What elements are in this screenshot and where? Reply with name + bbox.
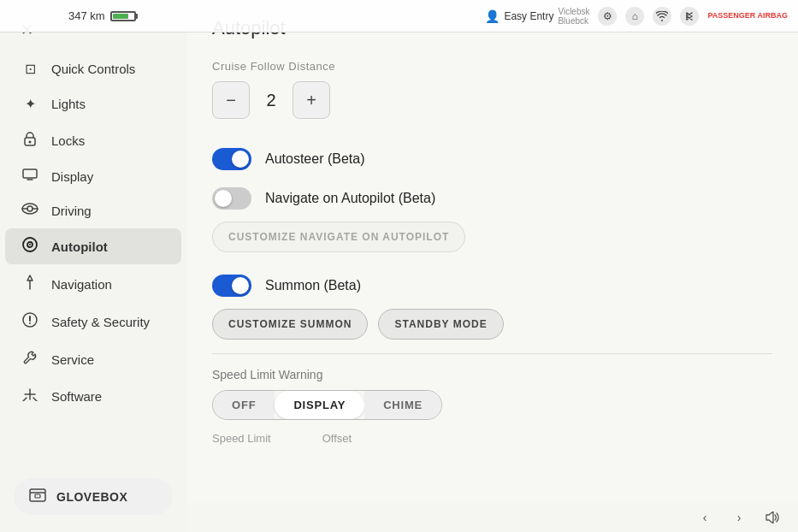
- glovebox-icon: [29, 488, 46, 505]
- increase-distance-button[interactable]: +: [293, 81, 330, 119]
- service-icon: [21, 350, 39, 369]
- svg-point-4: [27, 206, 33, 211]
- sidebar-item-driving[interactable]: Driving: [5, 194, 181, 227]
- glovebox-button[interactable]: GLOVEBOX: [14, 478, 173, 515]
- cruise-label: Cruise Follow Distance: [212, 60, 772, 73]
- sidebar-item-safety[interactable]: Safety & Security: [5, 304, 181, 340]
- driving-icon: [21, 203, 39, 218]
- passenger-airbag-status: PASSENGER AIRBAG: [707, 12, 788, 21]
- status-right: 👤 Easy Entry ViclebskBluebck ⚙ ⌂ PASSENG…: [485, 7, 788, 26]
- sidebar-item-autopilot[interactable]: Autopilot: [5, 228, 181, 264]
- decrease-distance-button[interactable]: −: [212, 81, 250, 119]
- km-value: 347 km: [68, 9, 105, 22]
- summon-buttons-row: CUSTOMIZE SUMMON STANDBY MODE: [212, 309, 772, 340]
- summon-toggle[interactable]: [212, 275, 251, 297]
- glovebox-label: GLOVEBOX: [56, 490, 127, 504]
- svg-rect-2: [23, 169, 37, 178]
- navigate-knob: [215, 190, 232, 207]
- speed-warning-options: OFF DISPLAY CHIME: [212, 390, 442, 420]
- navigation-icon: [21, 275, 39, 293]
- sidebar-label-lights: Lights: [51, 97, 86, 111]
- sidebar-label-autopilot: Autopilot: [51, 239, 108, 254]
- sidebar-item-lights[interactable]: ✦ Lights: [5, 87, 181, 121]
- display-icon: [21, 168, 39, 184]
- svg-point-9: [29, 322, 31, 324]
- sidebar-label-navigation: Navigation: [51, 277, 112, 292]
- sidebar-item-navigation[interactable]: Navigation: [5, 266, 181, 302]
- autosteer-row: Autosteer (Beta): [212, 139, 772, 179]
- svg-rect-11: [35, 494, 40, 498]
- standby-mode-button[interactable]: STANDBY MODE: [378, 309, 503, 340]
- location-text: ViclebskBluebck: [558, 7, 589, 26]
- sidebar-label-display: Display: [51, 169, 93, 184]
- navigate-autopilot-label: Navigate on Autopilot (Beta): [265, 191, 435, 206]
- sidebar-item-service[interactable]: Service: [5, 341, 181, 377]
- software-icon: [21, 387, 39, 405]
- autosteer-label: Autosteer (Beta): [265, 151, 365, 167]
- autopilot-panel: Autopilot Cruise Follow Distance − 2 + A…: [186, 0, 798, 532]
- bluetooth-icon[interactable]: [680, 7, 699, 26]
- battery-indicator: [110, 11, 136, 21]
- locks-icon: [21, 131, 39, 150]
- km-badge: 347 km: [68, 9, 136, 22]
- forward-icon[interactable]: ›: [728, 506, 750, 529]
- customize-summon-button[interactable]: CUSTOMIZE SUMMON: [212, 309, 368, 340]
- divider: [212, 353, 772, 354]
- autosteer-toggle[interactable]: [212, 148, 251, 170]
- safety-icon: [21, 312, 39, 331]
- sidebar-item-quick-controls[interactable]: ⊡ Quick Controls: [5, 52, 181, 86]
- quick-controls-icon: ⊡: [21, 61, 39, 77]
- navigate-autopilot-toggle[interactable]: [212, 187, 251, 210]
- sidebar-item-locks[interactable]: Locks: [5, 122, 181, 158]
- settings-icon[interactable]: ⚙: [598, 7, 617, 26]
- speed-columns: Speed Limit Offset: [212, 432, 772, 445]
- easy-entry-label: 👤 Easy Entry ViclebskBluebck: [485, 7, 589, 26]
- sidebar-label-locks: Locks: [51, 133, 85, 148]
- volume-icon[interactable]: [762, 506, 784, 529]
- cruise-follow-section: Cruise Follow Distance − 2 +: [212, 60, 772, 119]
- sidebar: ✕ ⊡ Quick Controls ✦ Lights Locks: [0, 0, 186, 532]
- offset-column-label: Offset: [322, 432, 352, 445]
- top-bar: 347 km 👤 Easy Entry ViclebskBluebck ⚙ ⌂ …: [0, 0, 798, 33]
- sidebar-label-driving: Driving: [51, 204, 92, 218]
- speed-warning-label: Speed Limit Warning: [212, 368, 772, 381]
- bottom-bar: ‹ ›: [186, 503, 798, 532]
- distance-control: − 2 +: [212, 81, 772, 119]
- home-icon[interactable]: ⌂: [625, 7, 644, 26]
- svg-point-7: [29, 244, 31, 245]
- speed-display-button[interactable]: DISPLAY: [275, 391, 364, 419]
- svg-point-1: [29, 141, 32, 144]
- speed-limit-section: Speed Limit Warning OFF DISPLAY CHIME Sp…: [212, 368, 772, 445]
- back-icon[interactable]: ‹: [694, 506, 716, 529]
- speed-chime-button[interactable]: CHIME: [364, 391, 441, 419]
- sidebar-label-service: Service: [51, 352, 94, 367]
- lights-icon: ✦: [21, 96, 39, 112]
- distance-value: 2: [250, 91, 293, 110]
- sidebar-label-safety: Safety & Security: [51, 315, 150, 329]
- summon-row: Summon (Beta): [212, 266, 772, 305]
- sidebar-menu: ⊡ Quick Controls ✦ Lights Locks: [0, 51, 186, 470]
- customize-navigate-row: CUSTOMIZE NAVIGATE ON AUTOPILOT: [212, 222, 772, 252]
- autosteer-knob: [232, 151, 249, 168]
- customize-navigate-button[interactable]: CUSTOMIZE NAVIGATE ON AUTOPILOT: [212, 222, 465, 252]
- status-left: 347 km: [0, 0, 136, 33]
- sidebar-item-software[interactable]: Software: [5, 379, 181, 413]
- wifi-icon[interactable]: [653, 7, 671, 26]
- summon-knob: [232, 277, 249, 294]
- speed-limit-column-label: Speed Limit: [212, 432, 271, 445]
- sidebar-item-display[interactable]: Display: [5, 160, 181, 192]
- navigate-autopilot-row: Navigate on Autopilot (Beta): [212, 179, 772, 218]
- sidebar-label-quick-controls: Quick Controls: [51, 62, 135, 76]
- speed-off-button[interactable]: OFF: [213, 391, 275, 419]
- summon-label: Summon (Beta): [265, 278, 361, 293]
- autopilot-icon: [21, 237, 39, 256]
- sidebar-label-software: Software: [51, 389, 102, 404]
